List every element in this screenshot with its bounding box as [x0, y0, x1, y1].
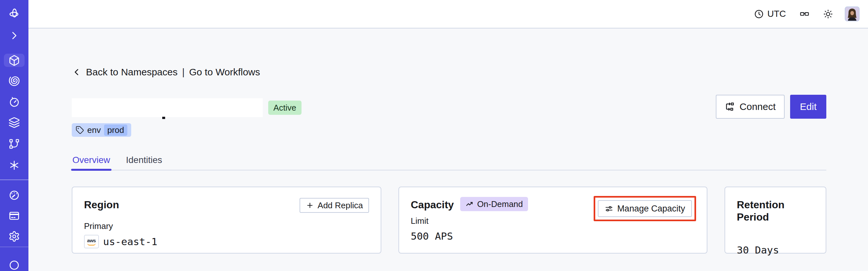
avatar[interactable] — [845, 6, 860, 21]
sidebar-item-batch-operations[interactable] — [8, 117, 20, 128]
capacity-card-title: Capacity — [411, 199, 454, 211]
on-demand-label: On-Demand — [477, 199, 523, 209]
sidebar-item-namespaces[interactable] — [4, 54, 25, 67]
edit-button[interactable]: Edit — [790, 95, 826, 119]
tab-identities[interactable]: Identities — [125, 155, 163, 170]
region-value: us-east-1 — [103, 236, 157, 247]
topbar: UTC — [28, 0, 868, 28]
sidebar-item-billing[interactable] — [8, 210, 20, 221]
retention-value: 30 Days — [737, 244, 814, 256]
limit-value: 500 APS — [411, 230, 695, 242]
plus-icon — [306, 201, 314, 210]
region-card-title: Region — [84, 199, 119, 211]
layers-icon — [8, 117, 20, 128]
credit-card-icon — [8, 210, 20, 221]
tag-icon — [75, 126, 84, 134]
sliders-icon — [604, 204, 613, 213]
glasses-icon[interactable] — [800, 9, 809, 19]
asterisk-icon — [8, 159, 20, 171]
go-to-workflows-link[interactable]: Go to Workflows — [189, 67, 260, 78]
namespace-header: Active Connect Edit — [72, 95, 826, 119]
breadcrumb: Back to Namespaces | Go to Workflows — [72, 67, 826, 78]
trending-up-icon — [465, 200, 474, 209]
manage-capacity-label: Manage Capacity — [617, 204, 685, 214]
gear-icon — [8, 231, 20, 242]
breadcrumb-separator: | — [182, 67, 185, 78]
tab-overview[interactable]: Overview — [72, 155, 111, 170]
retention-card: Retention Period 30 Days — [724, 187, 826, 253]
redaction-artifact — [162, 117, 165, 119]
capacity-card: Capacity On-Demand — [399, 187, 707, 253]
env-tag[interactable]: env prod — [72, 123, 131, 137]
manage-capacity-button[interactable]: Manage Capacity — [598, 200, 692, 217]
region-card: Region Add Replica Primary aws us-east-1 — [72, 187, 381, 253]
sidebar-item-nexus[interactable] — [8, 159, 20, 171]
tag-value: prod — [104, 124, 127, 136]
main-content: Back to Namespaces | Go to Workflows Act… — [28, 29, 868, 271]
tag-row: env prod — [72, 123, 826, 137]
branch-icon — [8, 138, 20, 150]
sidebar — [0, 0, 28, 271]
tag-key: env — [87, 125, 101, 135]
sidebar-item-settings[interactable] — [8, 231, 20, 242]
add-replica-button[interactable]: Add Replica — [300, 198, 369, 213]
add-replica-label: Add Replica — [318, 201, 363, 211]
cube-icon — [8, 55, 20, 66]
connect-flow-icon — [725, 101, 735, 112]
sidebar-item-workflows[interactable] — [8, 76, 20, 87]
tab-bar: Overview Identities — [72, 155, 826, 171]
sidebar-expand-button[interactable] — [8, 30, 20, 41]
temporal-logo-icon[interactable] — [8, 8, 20, 20]
namespace-title-group: Active — [72, 95, 302, 117]
sidebar-divider — [0, 179, 28, 180]
connect-button-label: Connect — [740, 101, 776, 112]
circle-icon — [8, 259, 20, 271]
connect-button[interactable]: Connect — [716, 95, 785, 119]
timer-icon — [8, 96, 20, 108]
primary-region-row: aws us-east-1 — [84, 235, 369, 248]
clock-icon — [754, 9, 764, 19]
app-window: UTC Back to Namespac — [0, 0, 868, 271]
namespace-name-redacted — [72, 98, 263, 117]
aws-logo-icon: aws — [84, 235, 99, 248]
timezone-label: UTC — [767, 9, 786, 19]
sidebar-item-account[interactable] — [8, 259, 20, 271]
back-to-namespaces-link[interactable]: Back to Namespaces — [86, 67, 178, 78]
spiral-icon — [8, 76, 20, 87]
gauge-icon — [8, 189, 20, 201]
summary-cards: Region Add Replica Primary aws us-east-1 — [72, 187, 826, 253]
sidebar-item-deployments[interactable] — [8, 138, 20, 150]
chevron-left-icon[interactable] — [72, 67, 82, 77]
timezone-selector[interactable]: UTC — [754, 9, 786, 19]
on-demand-badge: On-Demand — [460, 197, 528, 211]
header-actions: Connect Edit — [716, 95, 826, 119]
primary-label: Primary — [84, 221, 369, 231]
annotation-highlight: Manage Capacity — [594, 196, 696, 221]
sun-icon[interactable] — [823, 9, 833, 19]
sidebar-divider — [0, 247, 28, 247]
status-badge: Active — [268, 100, 302, 115]
sidebar-item-usage[interactable] — [8, 189, 20, 201]
sidebar-item-schedules[interactable] — [8, 96, 20, 108]
retention-card-title: Retention Period — [737, 199, 814, 223]
